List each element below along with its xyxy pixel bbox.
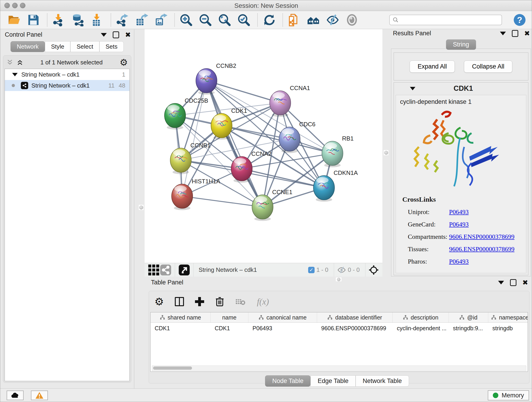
tab-network[interactable]: Network xyxy=(11,41,45,52)
apply-layout-button[interactable] xyxy=(262,13,276,27)
network-options-gear-icon[interactable]: ⚙ xyxy=(120,57,128,68)
column-header-name[interactable]: name xyxy=(210,313,248,322)
hide-selected-button[interactable] xyxy=(326,13,340,27)
crosslink-link[interactable]: 9606.ENSP00000378699 xyxy=(449,233,514,240)
right-splitter-handle[interactable] xyxy=(383,150,389,156)
column-header-description[interactable]: description xyxy=(393,313,449,322)
crosslink-row: GeneCard:P06493 xyxy=(408,221,526,228)
float-panel-icon[interactable] xyxy=(510,279,516,286)
column-namespace-icon xyxy=(160,315,165,320)
table-settings-gear-icon[interactable]: ⚙ xyxy=(154,296,164,307)
left-splitter-handle[interactable] xyxy=(138,204,144,211)
collapse-panel-icon[interactable] xyxy=(500,32,506,35)
tab-node-table[interactable]: Node Table xyxy=(265,375,310,387)
import-network-database-button[interactable] xyxy=(71,13,85,27)
window-title: Session: New Session xyxy=(0,2,532,9)
tab-edge-table[interactable]: Edge Table xyxy=(310,375,355,387)
collapse-all-button[interactable]: Collapse All xyxy=(464,61,512,73)
zoom-out-button[interactable] xyxy=(198,13,212,27)
float-panel-icon[interactable] xyxy=(113,32,119,38)
protein-structure-image xyxy=(403,106,504,197)
network-edge[interactable] xyxy=(206,81,280,103)
column-header--id[interactable]: @id xyxy=(449,313,488,322)
expand-all-icon[interactable] xyxy=(17,59,23,66)
table-cell[interactable]: cyclin-dependent ... xyxy=(393,325,449,332)
network-collection-row[interactable]: String Network – cdk1 1 xyxy=(5,69,129,80)
zoom-fit-button[interactable] xyxy=(217,13,232,27)
zoom-selected-button[interactable] xyxy=(237,13,251,27)
network-view-canvas[interactable]: CCNB2CCNA1CDC25BCDK1CDC6RB1CCNB1CCNA2CDK… xyxy=(145,29,382,263)
import-network-file-button[interactable] xyxy=(51,13,66,27)
table-cell[interactable]: stringdb xyxy=(488,325,528,332)
collapse-panel-icon[interactable] xyxy=(101,33,107,37)
memory-status-button[interactable]: Memory xyxy=(488,390,529,400)
tab-select[interactable]: Select xyxy=(70,41,99,52)
delete-table-icon[interactable] xyxy=(235,298,246,306)
network-edge[interactable] xyxy=(182,196,263,207)
tree-expander-icon[interactable] xyxy=(12,73,18,76)
node-table[interactable]: shared namenamecanonical namedatabase id… xyxy=(150,312,528,372)
detach-view-button[interactable] xyxy=(178,264,190,276)
crosslink-link[interactable]: 9606.ENSP00000378699 xyxy=(449,245,514,253)
zoom-in-button[interactable] xyxy=(179,13,193,27)
refresh-icon xyxy=(263,13,275,26)
close-panel-icon[interactable]: ✖ xyxy=(524,31,530,36)
function-builder-icon[interactable]: f(x) xyxy=(257,297,269,307)
network-edge[interactable] xyxy=(206,81,263,207)
table-cell[interactable]: P06493 xyxy=(248,325,317,332)
help-button[interactable]: ? xyxy=(513,13,527,27)
crosslink-link[interactable]: P06493 xyxy=(449,208,469,216)
column-header-shared-name[interactable]: shared name xyxy=(151,313,210,322)
show-columns-icon[interactable] xyxy=(175,297,184,306)
tab-sets[interactable]: Sets xyxy=(99,41,124,52)
network-overview-button[interactable] xyxy=(160,264,172,276)
show-all-button[interactable] xyxy=(345,13,359,27)
search-field[interactable] xyxy=(389,15,502,25)
import-table-file-button[interactable] xyxy=(90,13,104,27)
birds-eye-view-button[interactable] xyxy=(148,264,160,276)
table-cell[interactable]: stringdb:9... xyxy=(449,325,488,332)
tab-network-table[interactable]: Network Table xyxy=(355,375,409,387)
export-network-button[interactable] xyxy=(115,13,129,27)
scrollbar-thumb[interactable] xyxy=(153,366,192,370)
collapse-panel-icon[interactable] xyxy=(498,281,504,284)
home-button[interactable] xyxy=(306,13,321,27)
section-expander-icon[interactable] xyxy=(410,87,415,90)
column-namespace-icon xyxy=(327,315,332,320)
results-panel-title: Results Panel xyxy=(393,30,500,37)
network-edge[interactable] xyxy=(242,169,324,188)
table-horizontal-scrollbar[interactable] xyxy=(152,366,526,371)
column-header-canonical-name[interactable]: canonical name xyxy=(248,313,317,322)
import-file-share-button[interactable] xyxy=(287,13,301,27)
cloud-status-button[interactable] xyxy=(7,390,24,400)
float-panel-icon[interactable] xyxy=(512,30,518,37)
hidden-items-icon xyxy=(337,266,346,274)
export-image-button[interactable] xyxy=(154,13,168,27)
tab-string[interactable]: String xyxy=(446,39,476,50)
network-row[interactable]: String Network – cdk1 11 48 xyxy=(5,80,129,91)
open-session-button[interactable] xyxy=(7,13,21,27)
crosslinks-block: CrossLinks Uniprot:P06493GeneCard:P06493… xyxy=(396,196,526,265)
column-header-namespace[interactable]: namespace xyxy=(488,313,528,322)
crosslink-link[interactable]: P06493 xyxy=(449,221,469,228)
expand-all-button[interactable]: Expand All xyxy=(410,61,455,73)
crosslink-row: Pharos:P06493 xyxy=(408,258,526,265)
close-panel-icon[interactable]: ✖ xyxy=(125,32,131,38)
crosslink-link[interactable]: P06493 xyxy=(449,258,469,265)
table-cell[interactable]: CDK1 xyxy=(151,325,210,332)
column-header-database-identifier[interactable]: database identifier xyxy=(317,313,393,322)
warning-status-button[interactable] xyxy=(31,390,48,400)
delete-column-trash-icon[interactable] xyxy=(215,297,224,307)
table-cell[interactable]: 9606.ENSP00000378699 xyxy=(317,325,393,332)
table-row[interactable]: CDK1CDK1P064939606.ENSP00000378699cyclin… xyxy=(151,323,528,334)
node-section-header[interactable]: CDK1 xyxy=(394,83,528,95)
close-panel-icon[interactable]: ✖ xyxy=(522,280,528,285)
export-table-button[interactable] xyxy=(134,13,149,27)
tab-style[interactable]: Style xyxy=(45,41,70,52)
toolbar-separator xyxy=(193,263,194,277)
fit-selected-crosshair-icon[interactable] xyxy=(369,265,379,275)
collapse-all-icon[interactable] xyxy=(6,59,13,66)
create-column-icon[interactable] xyxy=(195,297,204,306)
save-session-button[interactable] xyxy=(26,13,41,27)
table-cell[interactable]: CDK1 xyxy=(210,325,248,332)
